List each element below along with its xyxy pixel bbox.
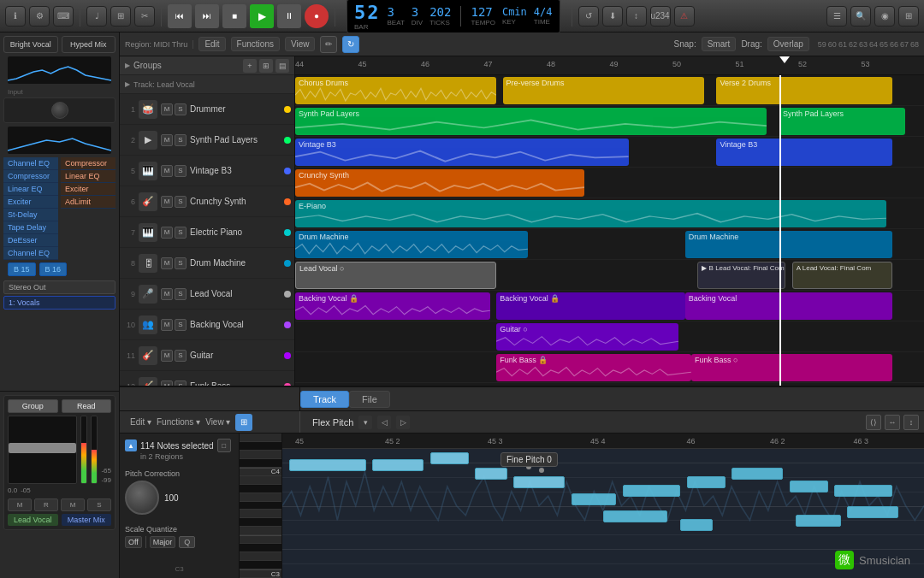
alert-button[interactable]: ⚠	[674, 6, 695, 27]
solo-10[interactable]: S	[175, 319, 187, 331]
solo-9[interactable]: S	[175, 288, 187, 300]
clip-verse2-drums[interactable]: Verse 2 Drums	[716, 77, 892, 104]
read-button[interactable]: Read	[62, 399, 112, 413]
bar-counter[interactable]: 52	[354, 2, 381, 23]
plugin-linear-eq[interactable]: Linear EQ	[3, 183, 58, 196]
clip-lead-vocal-3[interactable]: A Lead Vocal: Final Com	[792, 262, 893, 289]
pitch-note-9[interactable]	[732, 468, 783, 480]
tempo-display[interactable]: 127	[471, 5, 495, 19]
pitch-note-1[interactable]	[289, 459, 366, 471]
pitch-note-14[interactable]	[796, 515, 841, 527]
clip-crunchy-synth[interactable]: Crunchy Synth	[295, 169, 584, 197]
solo-1[interactable]: S	[175, 103, 187, 115]
fastforward-button[interactable]: ⏭	[195, 4, 219, 28]
plugin-compressor[interactable]: Compressor	[3, 170, 58, 183]
piano-key-f3[interactable]	[240, 527, 281, 535]
view-menu[interactable]: View	[285, 37, 316, 51]
piano-key-d4[interactable]	[240, 451, 281, 459]
flex-right-btn2[interactable]: ↔	[885, 415, 900, 430]
flex-dropdown[interactable]: ▾	[358, 416, 372, 429]
scale-major-select[interactable]: Major	[150, 536, 176, 548]
piano-key-ab3[interactable]	[240, 502, 281, 510]
plugin-channel-eq2[interactable]: Channel EQ	[3, 247, 58, 260]
key-display[interactable]: Cmin	[502, 6, 527, 18]
q-button[interactable]: Q	[179, 536, 195, 548]
replace-button[interactable]: ↕	[626, 6, 647, 27]
pitch-note-3[interactable]	[430, 452, 469, 464]
mute-6[interactable]: M	[161, 196, 173, 208]
piano-key-e3[interactable]	[240, 535, 281, 544]
beat-counter[interactable]: 3	[388, 5, 405, 19]
channel-name-bottom[interactable]: Lead Vocal	[8, 514, 58, 526]
edit-menu[interactable]: Edit	[198, 37, 225, 51]
mute-10[interactable]: M	[161, 319, 173, 331]
autopunch-button[interactable]: ⬇	[602, 6, 623, 27]
clip-drum-machine-2[interactable]: Drum Machine	[685, 231, 893, 258]
clip-lead-vocal-2[interactable]: ▶ B Lead Vocal: Final Com	[697, 262, 785, 289]
pitch-note-7[interactable]	[623, 485, 681, 497]
pitch-note-6[interactable]	[572, 493, 617, 505]
play-button[interactable]: ▶	[250, 4, 274, 28]
flex-btn1[interactable]: ◁	[377, 416, 391, 429]
library-button[interactable]: ⊞	[898, 6, 919, 27]
plugin-channel-eq[interactable]: Channel EQ	[3, 157, 58, 170]
mute-bottom[interactable]: M	[8, 498, 32, 511]
track-view-button[interactable]: ▤	[275, 59, 289, 73]
pitch-note-4[interactable]	[475, 468, 507, 480]
info-button[interactable]: ℹ	[5, 6, 26, 27]
tab-track[interactable]: Track	[300, 391, 349, 408]
solo-2[interactable]: S	[175, 134, 187, 146]
scale-off-select[interactable]: Off	[125, 536, 142, 548]
solo-bottom[interactable]: S	[87, 498, 111, 511]
plugin-compressor2[interactable]: Compressor	[61, 157, 116, 170]
loop-button[interactable]: ↻	[342, 36, 359, 53]
preset2-name[interactable]: Hyped Mix	[62, 36, 116, 53]
mute-11[interactable]: M	[161, 350, 173, 362]
clip-backing-vocal-1[interactable]: Backing Vocal 🔒	[295, 292, 490, 320]
search-button[interactable]: 🔍	[850, 6, 871, 27]
solo-7[interactable]: S	[175, 227, 187, 239]
plugin-exciter[interactable]: Exciter	[3, 196, 58, 209]
fader-track[interactable]	[8, 416, 77, 484]
count-in-button[interactable]: ⊞	[110, 6, 131, 27]
keyboard-button[interactable]: ⌨	[53, 6, 74, 27]
piano-key-eb4[interactable]	[240, 442, 281, 451]
piano-key-c3[interactable]: C3	[240, 569, 281, 578]
mute-bottom2[interactable]: M	[61, 498, 85, 511]
clip-preverse-drums[interactable]: Pre-verse Drums	[503, 77, 704, 104]
fader-handle[interactable]	[9, 443, 76, 453]
scissors-button[interactable]: ✂	[134, 6, 155, 27]
clip-guitar[interactable]: Guitar ○	[496, 323, 678, 351]
record-arm-bottom[interactable]: R	[34, 498, 58, 511]
mute-8[interactable]: M	[161, 257, 173, 269]
flex-btn2[interactable]: ▷	[396, 416, 410, 429]
ticks-counter[interactable]: 202	[429, 5, 451, 19]
tuner-button[interactable]: u234	[650, 6, 671, 27]
track-options-button[interactable]: ⊞	[259, 59, 273, 73]
settings-button[interactable]: ⚙	[29, 6, 50, 27]
plugin-tape-delay[interactable]: Tape Delay	[3, 221, 58, 234]
pitch-note-2[interactable]	[372, 459, 424, 471]
pitch-note-10[interactable]	[790, 481, 828, 492]
solo-5[interactable]: S	[175, 165, 187, 177]
clip-chorus-drums[interactable]: Chorus Drums	[295, 77, 496, 104]
piano-key-c4[interactable]: C4	[240, 468, 281, 476]
output-routing[interactable]: Stereo Out	[3, 280, 116, 294]
cycle-button[interactable]: ↺	[578, 6, 599, 27]
flex-mode-button[interactable]: ⊞	[235, 414, 252, 431]
drag-value[interactable]: Overlap	[767, 37, 809, 51]
piano-key-db3[interactable]	[240, 561, 281, 569]
plugin-exciter2[interactable]: Exciter	[61, 183, 116, 196]
plugin-linear-eq2[interactable]: Linear EQ	[61, 170, 116, 183]
clip-synth-pad-2[interactable]: Synth Pad Layers	[779, 108, 905, 135]
functions-menu[interactable]: Functions	[231, 37, 280, 51]
clip-backing-vocal-2[interactable]: Backing Vocal 🔒	[496, 292, 685, 320]
group-button[interactable]: Group	[8, 399, 58, 413]
time-sig-display[interactable]: 4/4	[534, 6, 553, 18]
mute-5[interactable]: M	[161, 165, 173, 177]
channel-number[interactable]: 1: Vocals	[3, 296, 116, 310]
tracks-canvas[interactable]: Chorus Drums Pre-verse Drums Verse 2 Dru…	[295, 75, 924, 386]
pitch-note-15[interactable]	[847, 506, 898, 518]
send-b15[interactable]: B 15	[8, 262, 36, 276]
calendar-icon[interactable]: □	[217, 439, 231, 452]
